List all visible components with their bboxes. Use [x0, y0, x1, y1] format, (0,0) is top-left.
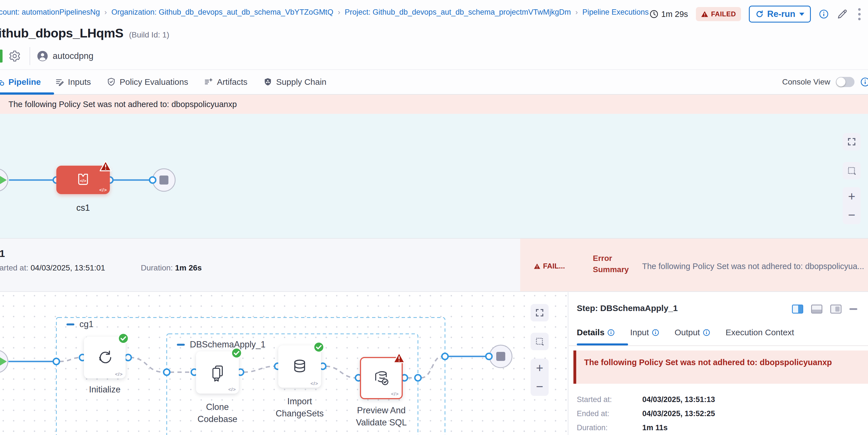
stage-node-cs1[interactable]: </> </>: [56, 166, 110, 194]
warning-triangle-icon: [701, 11, 708, 18]
info-icon[interactable]: [860, 77, 868, 87]
warning-badge-icon: [99, 160, 112, 172]
tab-policy-evaluations-label: Policy Evaluations: [120, 77, 188, 87]
title-row: ithub_dbops_LHqmS (Build Id: 1): [0, 26, 169, 40]
collapse-group-icon[interactable]: [66, 323, 74, 325]
duration-value: 1m 26s: [175, 263, 202, 272]
execution-actions: 1m 29s FAILED Re-run: [649, 6, 863, 23]
stage-node-label: cs1: [56, 203, 110, 213]
duration-value: 1m 11s: [643, 424, 668, 432]
selection-mode-button[interactable]: [843, 162, 861, 180]
zoom-in-button[interactable]: +: [848, 190, 855, 203]
duration-text: 1m 29s: [661, 9, 688, 19]
console-view-label: Console View: [782, 77, 830, 87]
status-text: FAILED: [711, 10, 736, 18]
fullscreen-button[interactable]: [843, 133, 861, 150]
error-summary-label: Error Summary: [593, 253, 629, 275]
tab-pipeline[interactable]: Pipeline: [0, 70, 55, 94]
stage-icon: </>: [74, 171, 92, 189]
step-node-import-changesets[interactable]: </>: [278, 345, 321, 388]
svg-text:</>: </>: [80, 178, 86, 183]
breadcrumb-organization[interactable]: Organization: Github_db_devops_aut_db_sc…: [111, 8, 333, 17]
marquee-select-icon: [847, 166, 857, 176]
tab-pipeline-label: Pipeline: [8, 77, 41, 87]
shield-network-icon: [263, 77, 272, 87]
execution-duration: 1m 29s: [649, 9, 688, 19]
top-bar: count: automationPipelinesNg › Organizat…: [0, 0, 868, 25]
duration-label: Duration:: [577, 424, 640, 432]
step-panel-tabs: Details Input Output Execution Context: [577, 328, 794, 337]
stage-name: 1: [0, 248, 5, 259]
tab-input-label: Input: [630, 328, 649, 337]
layout-floating-icon[interactable]: [830, 305, 841, 314]
status-badge: FAILED: [696, 7, 741, 21]
detail-row-duration: Duration: 1m 11s: [577, 424, 668, 432]
warning-triangle-icon: [534, 263, 540, 269]
started-at-value: 04/03/2025, 13:51:13: [643, 395, 715, 404]
stage-started: arted at: 04/03/2025, 13:51:01: [0, 263, 105, 273]
breadcrumb-separator-icon: ›: [338, 8, 340, 17]
divider: [569, 345, 868, 346]
stage-graph-canvas[interactable]: </> </> cs1 + −: [0, 114, 868, 238]
started-at-label: Started at:: [577, 395, 640, 404]
duration-label: Duration:: [141, 263, 173, 272]
stage-graph-wires: [0, 114, 868, 238]
step-node-clone-codebase[interactable]: </>: [196, 351, 239, 394]
zoom-out-button[interactable]: −: [848, 209, 855, 221]
build-id: (Build Id: 1): [129, 30, 169, 39]
stage-summary-bar: 1 arted at: 04/03/2025, 13:51:01 Duratio…: [0, 238, 868, 292]
more-options-menu-icon[interactable]: [856, 7, 863, 22]
list-plus-icon: [204, 77, 213, 87]
layout-split-bottom-icon[interactable]: [811, 305, 823, 314]
step-panel-title: Step: DBSchemaApply_1: [577, 304, 678, 313]
shield-check-icon: [107, 77, 116, 87]
console-view-control: Console View: [782, 77, 864, 87]
policy-violation-text: The following Policy Set was not adhered…: [8, 100, 237, 109]
pipeline-execution-screen: count: automationPipelinesNg › Organizat…: [0, 0, 868, 435]
step-node-preview-validate-sql[interactable]: </>: [360, 357, 403, 399]
breadcrumb-project[interactable]: Project: Github_db_devops_aut_db_schema_…: [345, 8, 571, 17]
triggered-by-user: autocdpng: [37, 51, 93, 62]
started-value: 04/03/2025, 13:51:01: [31, 263, 105, 272]
tab-input[interactable]: Input: [630, 328, 659, 337]
step-graph-canvas[interactable]: cg1 DBSchemaApply_1 </> Initialize: [0, 292, 568, 435]
page-title: ithub_dbops_LHqmS: [0, 26, 123, 40]
step-node-initialize[interactable]: </>: [84, 337, 126, 378]
meta-row: autocdpng: [0, 45, 93, 67]
breadcrumb: count: automationPipelinesNg › Organizat…: [0, 8, 649, 17]
tab-policy-evaluations[interactable]: Policy Evaluations: [107, 70, 204, 94]
rerun-label: Re-run: [767, 9, 795, 19]
tab-execution-context[interactable]: Execution Context: [725, 328, 794, 337]
tab-output[interactable]: Output: [675, 328, 710, 337]
database-icon: [291, 358, 309, 376]
step-label-import-changesets: ImportChangeSets: [264, 395, 335, 420]
success-badge-icon: [118, 333, 129, 344]
rerun-button[interactable]: Re-run: [749, 6, 811, 23]
edit-pencil-icon[interactable]: [837, 8, 848, 20]
divider: [30, 47, 30, 65]
execution-detail-area: cg1 DBSchemaApply_1 </> Initialize: [0, 292, 868, 435]
tab-supply-chain[interactable]: Supply Chain: [263, 70, 342, 94]
tab-artifacts[interactable]: Artifacts: [204, 70, 263, 94]
tab-details[interactable]: Details: [577, 328, 615, 337]
zoom-controls: + −: [843, 187, 861, 224]
breadcrumb-pipeline-executions[interactable]: Pipeline Executions: [582, 8, 649, 17]
breadcrumb-account[interactable]: count: automationPipelinesNg: [0, 8, 100, 17]
ended-at-label: Ended at:: [577, 409, 640, 418]
collapse-group-icon[interactable]: [177, 344, 185, 346]
code-mark: </>: [310, 381, 318, 386]
warning-badge-icon: [393, 352, 406, 364]
breadcrumb-separator-icon: ›: [576, 8, 578, 17]
code-mark: </>: [391, 391, 399, 397]
database-check-icon: [372, 369, 390, 387]
console-view-toggle[interactable]: [836, 77, 855, 87]
stage-duration: Duration: 1m 26s: [141, 263, 202, 273]
minimize-panel-icon[interactable]: [849, 308, 857, 310]
detail-row-ended: Ended at: 04/03/2025, 13:52:25: [577, 409, 715, 418]
info-icon[interactable]: [819, 9, 829, 19]
tab-inputs[interactable]: Inputs: [55, 70, 107, 94]
step-label-initialize: Initialize: [75, 383, 134, 396]
code-mark: </>: [115, 372, 123, 377]
gear-icon[interactable]: [8, 50, 21, 63]
layout-split-right-icon[interactable]: [792, 305, 803, 314]
